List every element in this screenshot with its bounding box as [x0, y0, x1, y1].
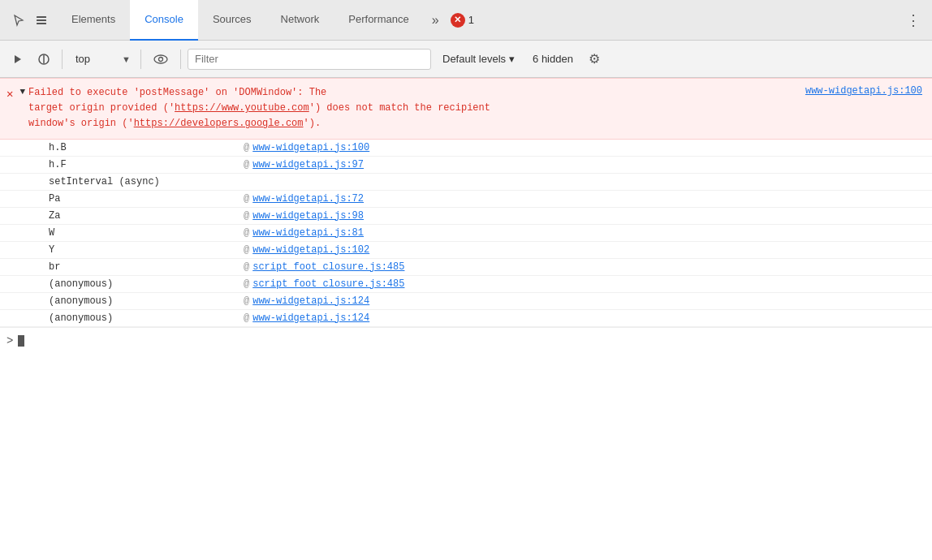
stack-source-link[interactable]: www-widgetapi.js:100 [252, 142, 369, 153]
stack-source-link[interactable]: script_foot_closure.js:485 [252, 278, 404, 290]
context-select-input[interactable]: top [69, 48, 134, 71]
console-settings-button[interactable]: ⚙ [583, 48, 606, 71]
filter-input-wrap [188, 49, 431, 70]
layers-icon[interactable] [32, 11, 50, 29]
stack-function-name: (anonymous) [49, 312, 244, 324]
stack-function-name: Pa [49, 193, 244, 205]
tab-console[interactable]: Console [130, 0, 198, 41]
error-expand-arrow[interactable]: ▼ [18, 84, 28, 97]
svg-rect-0 [37, 16, 46, 18]
console-prompt[interactable]: > [0, 327, 932, 354]
error-message: Failed to execute 'postMessage' on 'DOMW… [28, 85, 799, 132]
stack-row: Y @ www-widgetapi.js:102 [0, 242, 932, 259]
toolbar-divider [62, 50, 63, 69]
stack-source-link[interactable]: www-widgetapi.js:124 [252, 312, 369, 324]
devtools-settings-icon[interactable]: ⋮ [898, 0, 929, 41]
filter-input[interactable] [195, 53, 424, 65]
stack-function-name: br [49, 261, 244, 273]
run-script-button[interactable] [6, 48, 29, 71]
youtube-link[interactable]: https://www.youtube.com [175, 102, 309, 114]
tab-more-button[interactable]: » [424, 0, 447, 41]
cursor-icon[interactable] [10, 11, 28, 29]
stack-row: br @ script_foot_closure.js:485 [0, 259, 932, 276]
error-source-link[interactable]: www-widgetapi.js:100 [805, 85, 922, 97]
stack-source-link[interactable]: www-widgetapi.js:72 [252, 193, 364, 205]
svg-point-7 [159, 57, 163, 61]
tab-network[interactable]: Network [266, 0, 334, 41]
stack-source-link[interactable]: script_foot_closure.js:485 [252, 261, 404, 273]
svg-point-6 [154, 55, 167, 63]
stack-function-name: setInterval (async) [49, 176, 244, 187]
error-badge[interactable]: ✕ 1 [451, 13, 474, 28]
tab-performance[interactable]: Performance [334, 0, 423, 41]
stack-function-name: h.B [49, 142, 244, 153]
stack-function-name: W [49, 227, 244, 239]
toolbar-divider-2 [140, 50, 141, 69]
hidden-count: 6 hidden [526, 53, 580, 65]
stack-row: (anonymous) @ www-widgetapi.js:124 [0, 310, 932, 327]
stack-row: (anonymous) @ www-widgetapi.js:124 [0, 293, 932, 310]
toolbar-divider-3 [180, 50, 181, 69]
stack-source-link[interactable]: www-widgetapi.js:97 [252, 159, 364, 170]
tab-sources[interactable]: Sources [198, 0, 266, 41]
stack-source-link[interactable]: www-widgetapi.js:98 [252, 210, 364, 222]
error-entry: ✕ ▼ Failed to execute 'postMessage' on '… [0, 78, 932, 140]
stack-row: (anonymous) @ script_foot_closure.js:485 [0, 276, 932, 293]
stack-row: Za @ www-widgetapi.js:98 [0, 208, 932, 225]
stack-source-link[interactable]: www-widgetapi.js:81 [252, 227, 364, 239]
devtools-icons [3, 11, 57, 29]
svg-marker-3 [15, 55, 21, 63]
stack-function-name: Y [49, 244, 244, 256]
stack-row: h.F @ www-widgetapi.js:97 [0, 157, 932, 174]
default-levels-button[interactable]: Default levels ▾ [434, 48, 523, 71]
tab-elements[interactable]: Elements [57, 0, 130, 41]
stack-function-name: (anonymous) [49, 295, 244, 307]
stack-row: Pa @ www-widgetapi.js:72 [0, 191, 932, 208]
prompt-caret: > [6, 334, 13, 347]
stack-row: h.B @ www-widgetapi.js:100 [0, 140, 932, 157]
svg-rect-1 [37, 19, 46, 21]
stack-row: W @ www-widgetapi.js:81 [0, 225, 932, 242]
clear-console-button[interactable] [32, 48, 55, 71]
console-toolbar: top ▼ Default levels ▾ 6 hidden ⚙ [0, 41, 932, 78]
tab-bar: Elements Console Sources Network Perform… [0, 0, 932, 41]
console-output: ✕ ▼ Failed to execute 'postMessage' on '… [0, 78, 932, 560]
context-selector[interactable]: top ▼ [69, 48, 134, 71]
stack-function-name: (anonymous) [49, 278, 244, 290]
stack-source-link[interactable]: www-widgetapi.js:102 [252, 244, 369, 256]
google-dev-link[interactable]: https://developers.google.com [134, 118, 304, 129]
svg-rect-2 [37, 23, 46, 24]
error-entry-icon: ✕ [6, 88, 13, 101]
prompt-cursor [18, 335, 24, 347]
stack-function-name: Za [49, 210, 244, 222]
stack-source-link[interactable]: www-widgetapi.js:124 [252, 295, 369, 307]
live-expressions-button[interactable] [149, 48, 172, 71]
error-count: 1 [468, 14, 474, 26]
stack-row: setInterval (async) [0, 174, 932, 191]
stack-function-name: h.F [49, 159, 244, 170]
error-icon: ✕ [451, 13, 465, 28]
